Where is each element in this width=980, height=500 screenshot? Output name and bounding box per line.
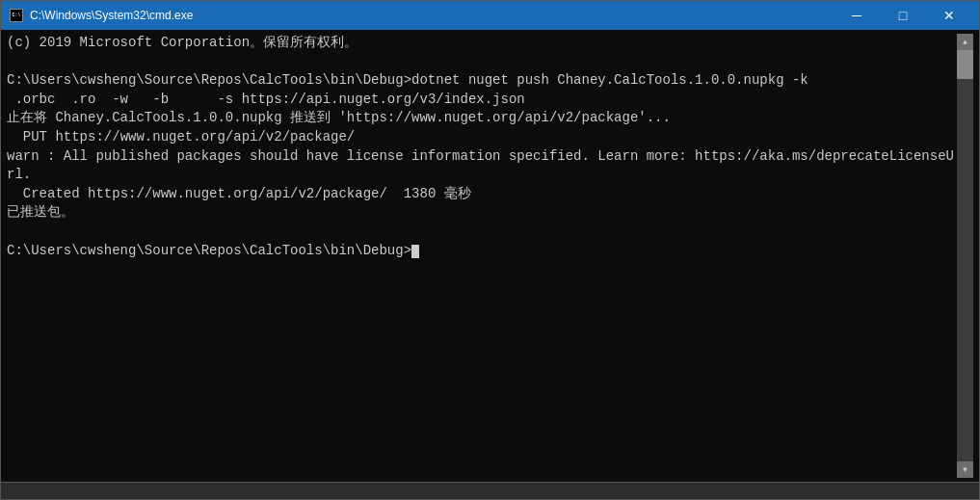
scroll-down-button[interactable]: ▼ (957, 461, 973, 478)
title-bar: C:\Windows\System32\cmd.exe ─ □ ✕ (1, 1, 979, 30)
cursor (411, 245, 419, 258)
cmd-window: C:\Windows\System32\cmd.exe ─ □ ✕ (c) 20… (0, 0, 980, 500)
scrollbar-thumb[interactable] (957, 50, 973, 79)
title-bar-left: C:\Windows\System32\cmd.exe (9, 8, 193, 23)
close-icon: ✕ (943, 8, 955, 23)
scrollbar[interactable]: ▲ ▼ (957, 34, 973, 478)
cmd-icon (9, 8, 24, 23)
minimize-button[interactable]: ─ (834, 1, 879, 30)
title-bar-controls: ─ □ ✕ (834, 1, 971, 30)
minimize-icon: ─ (852, 8, 861, 23)
bottom-bar (1, 482, 979, 499)
window-title: C:\Windows\System32\cmd.exe (30, 9, 193, 22)
cmd-logo (10, 9, 23, 22)
console-area[interactable]: (c) 2019 Microsoft Corporation。保留所有权利。 C… (1, 30, 979, 482)
close-button[interactable]: ✕ (927, 1, 971, 30)
scrollbar-track (957, 50, 973, 461)
scroll-up-button[interactable]: ▲ (957, 34, 973, 50)
maximize-icon: □ (899, 8, 907, 23)
console-output: (c) 2019 Microsoft Corporation。保留所有权利。 C… (7, 34, 957, 478)
maximize-button[interactable]: □ (881, 1, 925, 30)
